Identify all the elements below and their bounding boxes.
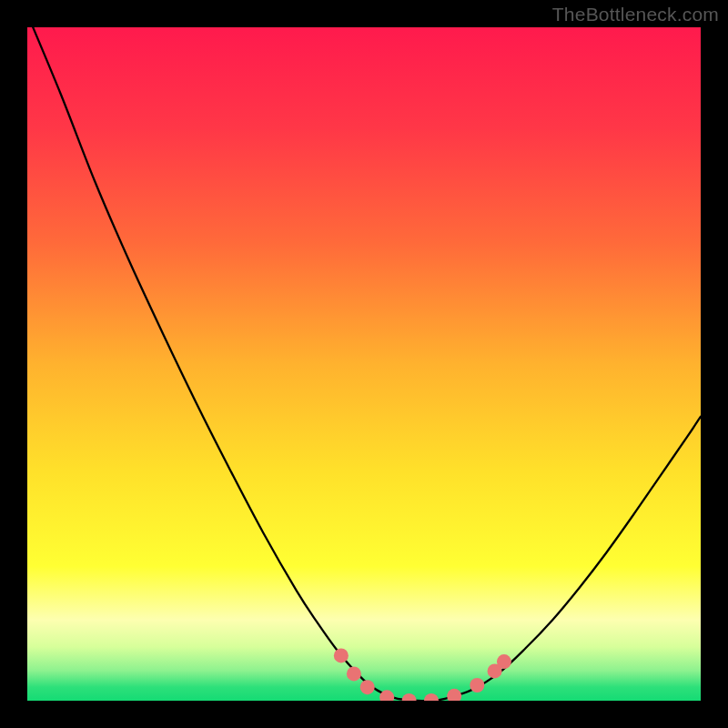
marker-dot — [470, 678, 484, 693]
marker-dot — [379, 690, 394, 701]
attribution-text: TheBottleneck.com — [552, 4, 719, 25]
marker-dot — [347, 666, 361, 681]
marker-dot — [334, 648, 349, 662]
chart-frame: TheBottleneck.com — [0, 0, 728, 728]
marker-dot — [360, 680, 375, 694]
marker-dot — [424, 693, 439, 701]
marker-dot — [497, 654, 511, 669]
plot-area — [27, 27, 701, 701]
marker-dot — [402, 693, 417, 701]
curve-markers — [27, 27, 701, 701]
marker-dot — [447, 689, 461, 701]
